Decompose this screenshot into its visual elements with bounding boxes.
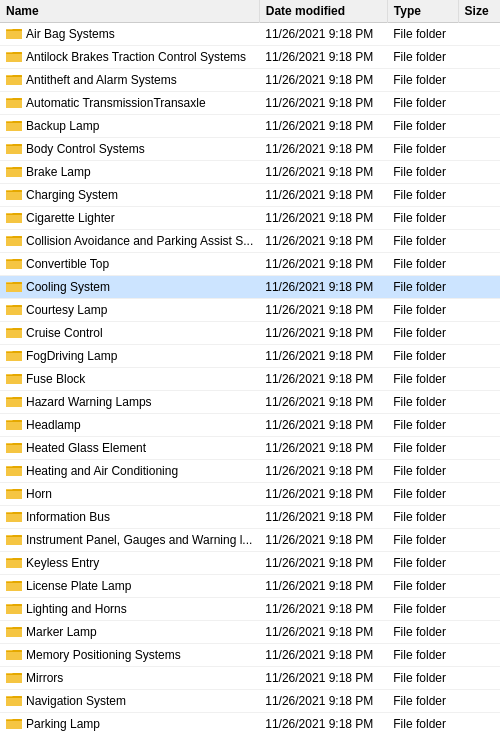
file-size-cell [458,46,500,69]
file-size-cell [458,391,500,414]
file-date-cell: 11/26/2021 9:18 PM [259,46,387,69]
file-name-cell: Antitheft and Alarm Systems [0,69,259,92]
table-row[interactable]: Hazard Warning Lamps11/26/2021 9:18 PMFi… [0,391,500,414]
folder-name: Mirrors [26,671,63,685]
folder-name: License Plate Lamp [26,579,131,593]
table-row[interactable]: Backup Lamp11/26/2021 9:18 PMFile folder [0,115,500,138]
folder-name: Air Bag Systems [26,27,115,41]
table-row[interactable]: Parking Lamp11/26/2021 9:18 PMFile folde… [0,713,500,735]
folder-icon [6,486,22,502]
table-row[interactable]: Antilock Brakes Traction Control Systems… [0,46,500,69]
folder-icon [6,49,22,65]
folder-icon [6,164,22,180]
file-type-cell: File folder [387,713,458,735]
file-name-cell: Information Bus [0,506,259,529]
file-name-cell: Cruise Control [0,322,259,345]
folder-icon [6,256,22,272]
folder-name: Heating and Air Conditioning [26,464,178,478]
file-date-cell: 11/26/2021 9:18 PM [259,299,387,322]
file-date-cell: 11/26/2021 9:18 PM [259,391,387,414]
folder-name: Antitheft and Alarm Systems [26,73,177,87]
file-type-cell: File folder [387,253,458,276]
folder-icon [6,647,22,663]
file-size-cell [458,529,500,552]
table-row[interactable]: Automatic TransmissionTransaxle11/26/202… [0,92,500,115]
file-type-cell: File folder [387,414,458,437]
table-row[interactable]: Memory Positioning Systems11/26/2021 9:1… [0,644,500,667]
file-size-cell [458,345,500,368]
col-header-date[interactable]: Date modified [259,0,387,23]
file-type-cell: File folder [387,644,458,667]
file-size-cell [458,598,500,621]
table-row[interactable]: Keyless Entry11/26/2021 9:18 PMFile fold… [0,552,500,575]
folder-icon [6,72,22,88]
col-header-type[interactable]: Type [387,0,458,23]
file-date-cell: 11/26/2021 9:18 PM [259,414,387,437]
file-size-cell [458,138,500,161]
folder-icon [6,555,22,571]
file-type-cell: File folder [387,690,458,713]
table-row[interactable]: Fuse Block11/26/2021 9:18 PMFile folder [0,368,500,391]
table-row[interactable]: Instrument Panel, Gauges and Warning l..… [0,529,500,552]
table-row[interactable]: Courtesy Lamp11/26/2021 9:18 PMFile fold… [0,299,500,322]
table-row[interactable]: FogDriving Lamp11/26/2021 9:18 PMFile fo… [0,345,500,368]
folder-name: Headlamp [26,418,81,432]
table-row[interactable]: Antitheft and Alarm Systems11/26/2021 9:… [0,69,500,92]
table-row[interactable]: Heated Glass Element11/26/2021 9:18 PMFi… [0,437,500,460]
folder-icon [6,210,22,226]
table-row[interactable]: Information Bus11/26/2021 9:18 PMFile fo… [0,506,500,529]
file-name-cell: Parking Lamp [0,713,259,735]
table-row[interactable]: License Plate Lamp11/26/2021 9:18 PMFile… [0,575,500,598]
folder-icon [6,302,22,318]
table-row[interactable]: Marker Lamp11/26/2021 9:18 PMFile folder [0,621,500,644]
table-row[interactable]: Brake Lamp11/26/2021 9:18 PMFile folder [0,161,500,184]
table-row[interactable]: Horn11/26/2021 9:18 PMFile folder [0,483,500,506]
table-row[interactable]: Collision Avoidance and Parking Assist S… [0,230,500,253]
folder-name: Parking Lamp [26,717,100,731]
table-row[interactable]: Mirrors11/26/2021 9:18 PMFile folder [0,667,500,690]
table-row[interactable]: Charging System11/26/2021 9:18 PMFile fo… [0,184,500,207]
file-name-cell: Cigarette Lighter [0,207,259,230]
table-row[interactable]: Cigarette Lighter11/26/2021 9:18 PMFile … [0,207,500,230]
file-date-cell: 11/26/2021 9:18 PM [259,115,387,138]
table-row[interactable]: Cruise Control11/26/2021 9:18 PMFile fol… [0,322,500,345]
folder-name: Keyless Entry [26,556,99,570]
table-row[interactable]: Headlamp11/26/2021 9:18 PMFile folder [0,414,500,437]
col-header-size[interactable]: Size [458,0,500,23]
folder-icon [6,624,22,640]
file-size-cell [458,184,500,207]
file-name-cell: Instrument Panel, Gauges and Warning l..… [0,529,259,552]
folder-icon [6,532,22,548]
folder-icon [6,463,22,479]
file-type-cell: File folder [387,598,458,621]
file-size-cell [458,414,500,437]
file-date-cell: 11/26/2021 9:18 PM [259,621,387,644]
table-row[interactable]: Air Bag Systems11/26/2021 9:18 PMFile fo… [0,23,500,46]
file-type-cell: File folder [387,667,458,690]
table-row[interactable]: Body Control Systems11/26/2021 9:18 PMFi… [0,138,500,161]
file-date-cell: 11/26/2021 9:18 PM [259,253,387,276]
file-name-cell: Air Bag Systems [0,23,259,46]
folder-icon [6,371,22,387]
file-type-cell: File folder [387,437,458,460]
file-size-cell [458,253,500,276]
file-type-cell: File folder [387,299,458,322]
file-name-cell: FogDriving Lamp [0,345,259,368]
file-name-cell: Heated Glass Element [0,437,259,460]
file-size-cell [458,207,500,230]
file-type-cell: File folder [387,506,458,529]
col-header-name[interactable]: Name [0,0,259,23]
table-row[interactable]: Lighting and Horns11/26/2021 9:18 PMFile… [0,598,500,621]
file-size-cell [458,230,500,253]
table-row[interactable]: Cooling System11/26/2021 9:18 PMFile fol… [0,276,500,299]
file-size-cell [458,368,500,391]
folder-icon [6,578,22,594]
file-date-cell: 11/26/2021 9:18 PM [259,460,387,483]
folder-icon [6,693,22,709]
table-row[interactable]: Heating and Air Conditioning11/26/2021 9… [0,460,500,483]
table-row[interactable]: Convertible Top11/26/2021 9:18 PMFile fo… [0,253,500,276]
folder-name: Backup Lamp [26,119,99,133]
file-date-cell: 11/26/2021 9:18 PM [259,598,387,621]
file-size-cell [458,23,500,46]
table-row[interactable]: Navigation System11/26/2021 9:18 PMFile … [0,690,500,713]
